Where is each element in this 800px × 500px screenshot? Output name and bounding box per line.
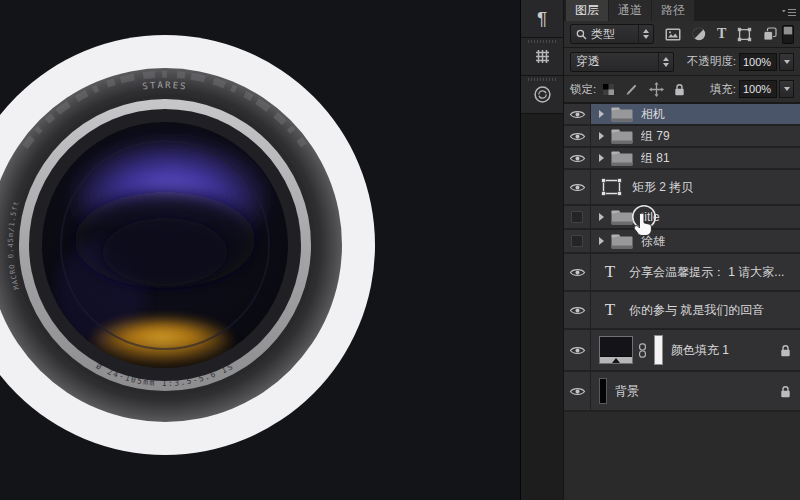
lock-label: 锁定: [570,82,596,97]
type-filter-icon: T [717,26,726,42]
blend-mode-dropdown[interactable]: 穿透 [570,52,674,72]
creative-cloud-button[interactable] [521,76,563,114]
visibility-toggle[interactable] [564,206,591,228]
eye-icon [569,182,586,193]
layer-name: 相机 [641,106,665,123]
filter-toggle-switch[interactable] [782,25,794,44]
image-filter-icon [665,28,681,41]
panel-tabbar: 图层 通道 路径 [564,0,800,21]
layer-name: 组 81 [641,150,670,167]
visibility-toggle[interactable] [564,126,591,146]
visibility-toggle[interactable] [564,254,591,290]
expand-triangle-icon[interactable] [599,110,604,118]
eye-icon [569,386,586,397]
shape-filter-button[interactable] [737,27,752,42]
lock-pixels-icon[interactable] [625,82,639,96]
expand-triangle-icon[interactable] [599,237,604,245]
opacity-dropdown-button[interactable] [779,53,794,71]
folder-icon [611,129,633,144]
search-icon [576,29,587,40]
lock-transparency-icon[interactable] [602,83,615,96]
layer-row[interactable]: T 分享会温馨提示： 1 请大家... [564,254,800,292]
shape-filter-icon [737,27,752,42]
layer-row[interactable]: 背景 [564,372,800,412]
eye-icon [569,267,586,278]
visibility-toggle[interactable] [564,104,591,124]
smart-object-filter-button[interactable] [763,27,777,41]
text-layer-icon: T [599,262,621,282]
layer-row[interactable]: T 你的参与 就是我们的回音 [564,292,800,330]
folder-icon [611,151,633,166]
visibility-checkbox-empty [571,211,583,223]
folder-icon [611,210,633,225]
layer-name: 分享会温馨提示： 1 请大家... [629,264,784,281]
lock-icon [780,385,791,398]
layer-name: 组 79 [641,128,670,145]
layer-row[interactable]: 组 79 [564,126,800,148]
expand-triangle-icon[interactable] [599,213,604,221]
fill-input[interactable]: 100% [739,80,777,98]
eye-icon [569,153,586,164]
dropdown-arrows-icon [638,25,653,43]
document-canvas[interactable]: STARES MACRO 0.45m/1.5ft Ø 24-105mm 1:3.… [0,0,520,500]
panel-menu-icon [782,8,797,19]
layer-row[interactable]: 徐雄 [564,230,800,254]
blend-row: 穿透 不透明度: 100% [564,48,800,76]
fill-dropdown-button[interactable] [779,80,794,98]
lock-all-icon[interactable] [674,83,685,96]
layer-row[interactable]: title [564,206,800,230]
visibility-toggle[interactable] [564,292,591,328]
folder-icon [611,107,633,122]
vector-shape-icon [599,177,624,197]
visibility-toggle[interactable] [564,230,591,252]
image-filter-button[interactable] [665,28,681,41]
opacity-label: 不透明度: [687,54,736,69]
paragraph-panel-button[interactable]: ¶ [521,0,563,38]
text-layer-icon: T [599,300,621,320]
layer-name: 你的参与 就是我们的回音 [629,302,764,319]
adjustment-filter-icon [692,27,706,41]
fill-layer-thumbnail[interactable] [599,336,633,364]
eye-icon [569,345,586,356]
filter-type-dropdown[interactable]: 类型 [570,24,654,44]
visibility-toggle[interactable] [564,372,591,410]
background-layer-thumbnail[interactable] [599,378,607,404]
camera-lens-artwork: STARES MACRO 0.45m/1.5ft Ø 24-105mm 1:3.… [0,0,520,500]
layer-lock-badge [780,344,791,357]
layer-mask-thumbnail[interactable] [654,335,663,365]
folder-icon [611,234,633,249]
expand-triangle-icon[interactable] [599,132,604,140]
panel-dock: ¶ [520,0,563,500]
tab-layers[interactable]: 图层 [566,0,608,21]
filter-type-label: 类型 [591,26,615,43]
layer-name: title [641,210,660,224]
tab-channels[interactable]: 通道 [609,0,651,21]
lock-icon [780,344,791,357]
visibility-checkbox-empty [571,235,583,247]
opacity-input[interactable]: 100% [739,53,777,71]
lock-row: 锁定: 填充: 100% [564,76,800,104]
paragraph-icon: ¶ [537,9,547,28]
type-filter-button[interactable]: T [717,26,726,42]
eye-icon [569,305,586,316]
expand-triangle-icon[interactable] [599,154,604,162]
fill-label: 填充: [710,82,736,97]
photoshop-workspace: STARES MACRO 0.45m/1.5ft Ø 24-105mm 1:3.… [0,0,800,500]
layer-row[interactable]: 相机 [564,104,800,126]
tab-paths[interactable]: 路径 [652,0,694,21]
visibility-toggle[interactable] [564,148,591,168]
creative-cloud-icon [533,85,552,104]
layer-lock-badge [780,385,791,398]
layer-row[interactable]: 矩形 2 拷贝 [564,170,800,206]
visibility-toggle[interactable] [564,330,591,370]
blend-mode-value: 穿透 [576,53,600,70]
layer-row[interactable]: 颜色填充 1 [564,330,800,372]
dropdown-arrows-icon [658,53,673,71]
visibility-toggle[interactable] [564,170,591,204]
adjustment-filter-button[interactable] [692,27,706,41]
grid-panel-button[interactable] [521,38,563,76]
lock-position-icon[interactable] [649,82,664,97]
panel-menu-button[interactable] [782,5,797,23]
filter-row: 类型 T [564,21,800,48]
layer-row[interactable]: 组 81 [564,148,800,170]
